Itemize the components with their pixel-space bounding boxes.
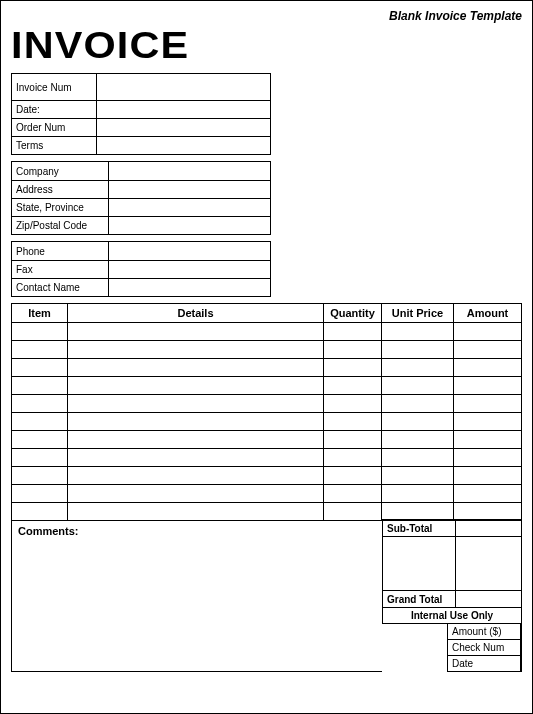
cell-amount[interactable] bbox=[454, 449, 522, 467]
address-value[interactable] bbox=[108, 181, 270, 198]
subtotal-label: Sub-Total bbox=[383, 520, 455, 536]
contact-name-value[interactable] bbox=[108, 279, 270, 296]
page-title: INVOICE bbox=[11, 25, 533, 67]
cell-item[interactable] bbox=[12, 449, 68, 467]
cell-amount[interactable] bbox=[454, 503, 522, 521]
terms-value[interactable] bbox=[96, 137, 270, 154]
cell-amount[interactable] bbox=[454, 431, 522, 449]
cell-item[interactable] bbox=[12, 341, 68, 359]
cell-price[interactable] bbox=[382, 377, 454, 395]
cell-amount[interactable] bbox=[454, 467, 522, 485]
cell-details[interactable] bbox=[68, 503, 324, 521]
cell-price[interactable] bbox=[382, 449, 454, 467]
cell-item[interactable] bbox=[12, 485, 68, 503]
internal-date-value[interactable] bbox=[520, 656, 521, 671]
cell-details[interactable] bbox=[68, 449, 324, 467]
cell-qty[interactable] bbox=[324, 449, 382, 467]
cell-qty[interactable] bbox=[324, 485, 382, 503]
table-row bbox=[12, 485, 522, 503]
table-row bbox=[12, 503, 522, 521]
col-item: Item bbox=[12, 304, 68, 323]
cell-price[interactable] bbox=[382, 503, 454, 521]
cell-qty[interactable] bbox=[324, 413, 382, 431]
address-label: Address bbox=[12, 181, 108, 198]
col-price: Unit Price bbox=[382, 304, 454, 323]
date-label: Date: bbox=[12, 101, 96, 118]
company-value[interactable] bbox=[108, 162, 270, 180]
cell-item[interactable] bbox=[12, 503, 68, 521]
internal-header: Internal Use Only bbox=[382, 607, 522, 624]
cell-details[interactable] bbox=[68, 341, 324, 359]
cell-details[interactable] bbox=[68, 377, 324, 395]
cell-price[interactable] bbox=[382, 467, 454, 485]
cell-amount[interactable] bbox=[454, 323, 522, 341]
cell-amount[interactable] bbox=[454, 341, 522, 359]
cell-item[interactable] bbox=[12, 377, 68, 395]
cell-details[interactable] bbox=[68, 467, 324, 485]
cell-item[interactable] bbox=[12, 359, 68, 377]
cell-price[interactable] bbox=[382, 431, 454, 449]
cell-amount[interactable] bbox=[454, 413, 522, 431]
cell-qty[interactable] bbox=[324, 467, 382, 485]
cell-qty[interactable] bbox=[324, 395, 382, 413]
cell-details[interactable] bbox=[68, 395, 324, 413]
cell-amount[interactable] bbox=[454, 377, 522, 395]
cell-amount[interactable] bbox=[454, 485, 522, 503]
grandtotal-value[interactable] bbox=[455, 591, 521, 607]
cell-price[interactable] bbox=[382, 341, 454, 359]
internal-amount-value[interactable] bbox=[520, 624, 521, 639]
invoice-page: Blank Invoice Template INVOICE Invoice N… bbox=[0, 0, 533, 714]
cell-item[interactable] bbox=[12, 431, 68, 449]
grandtotal-label: Grand Total bbox=[383, 591, 455, 607]
col-details: Details bbox=[68, 304, 324, 323]
phone-label: Phone bbox=[12, 242, 108, 260]
comments-box[interactable]: Comments: bbox=[11, 520, 382, 672]
cell-price[interactable] bbox=[382, 485, 454, 503]
line-items-table: Item Details Quantity Unit Price Amount bbox=[11, 303, 522, 521]
col-amount: Amount bbox=[454, 304, 522, 323]
cell-item[interactable] bbox=[12, 467, 68, 485]
cell-amount[interactable] bbox=[454, 395, 522, 413]
cell-price[interactable] bbox=[382, 359, 454, 377]
table-row bbox=[12, 323, 522, 341]
internal-check-label: Check Num bbox=[448, 640, 520, 655]
state-value[interactable] bbox=[108, 199, 270, 216]
cell-details[interactable] bbox=[68, 359, 324, 377]
order-num-value[interactable] bbox=[96, 119, 270, 136]
cell-price[interactable] bbox=[382, 395, 454, 413]
internal-amount-label: Amount ($) bbox=[448, 624, 520, 639]
fax-value[interactable] bbox=[108, 261, 270, 278]
cell-price[interactable] bbox=[382, 323, 454, 341]
cell-details[interactable] bbox=[68, 431, 324, 449]
internal-block: Amount ($) Check Num Date bbox=[447, 624, 522, 672]
terms-label: Terms bbox=[12, 137, 96, 154]
table-row bbox=[12, 413, 522, 431]
col-qty: Quantity bbox=[324, 304, 382, 323]
cell-details[interactable] bbox=[68, 485, 324, 503]
date-value[interactable] bbox=[96, 101, 270, 118]
cell-price[interactable] bbox=[382, 413, 454, 431]
cell-details[interactable] bbox=[68, 323, 324, 341]
company-label: Company bbox=[12, 162, 108, 180]
cell-item[interactable] bbox=[12, 323, 68, 341]
cell-amount[interactable] bbox=[454, 359, 522, 377]
invoice-num-label: Invoice Num bbox=[12, 74, 96, 100]
zip-value[interactable] bbox=[108, 217, 270, 234]
cell-qty[interactable] bbox=[324, 323, 382, 341]
cell-qty[interactable] bbox=[324, 341, 382, 359]
invoice-num-value[interactable] bbox=[96, 74, 270, 100]
table-row bbox=[12, 359, 522, 377]
template-label: Blank Invoice Template bbox=[11, 9, 522, 23]
subtotal-value[interactable] bbox=[455, 520, 521, 536]
cell-item[interactable] bbox=[12, 413, 68, 431]
cell-qty[interactable] bbox=[324, 377, 382, 395]
cell-details[interactable] bbox=[68, 413, 324, 431]
table-row bbox=[12, 431, 522, 449]
cell-item[interactable] bbox=[12, 395, 68, 413]
cell-qty[interactable] bbox=[324, 503, 382, 521]
phone-value[interactable] bbox=[108, 242, 270, 260]
contact-name-label: Contact Name bbox=[12, 279, 108, 296]
cell-qty[interactable] bbox=[324, 359, 382, 377]
cell-qty[interactable] bbox=[324, 431, 382, 449]
internal-check-value[interactable] bbox=[520, 640, 521, 655]
